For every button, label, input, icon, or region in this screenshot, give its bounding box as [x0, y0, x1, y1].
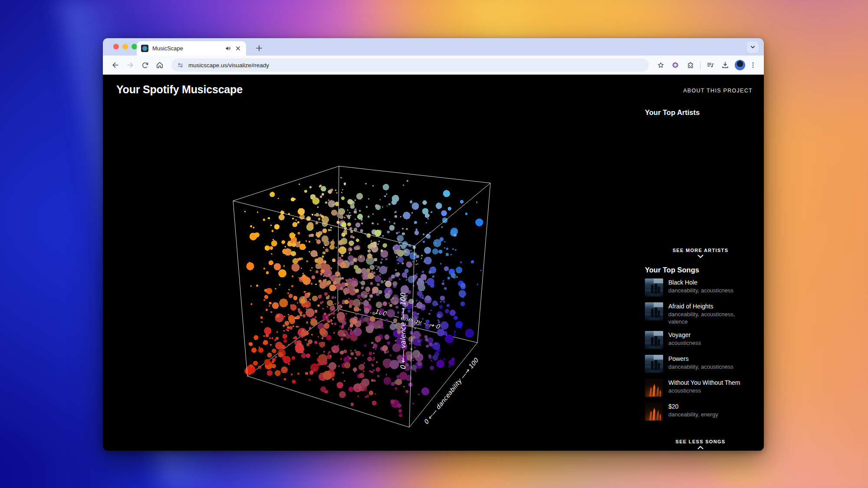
song-features: danceability, acousticness, valence: [668, 311, 756, 325]
song-title: Powers: [668, 355, 733, 363]
song-title: Without You Without Them: [668, 379, 740, 387]
kebab-menu-icon[interactable]: [747, 58, 759, 72]
song-row[interactable]: $20danceability, energy: [645, 403, 756, 421]
toolbar-separator: [700, 61, 700, 69]
song-row[interactable]: Black Holedanceability, acousticness: [645, 278, 756, 297]
address-bar[interactable]: musicscape.us/visualize#ready: [171, 59, 649, 72]
tab-audio-icon[interactable]: [224, 45, 232, 52]
chevron-down-icon: [697, 255, 704, 258]
minimize-window-button[interactable]: [122, 44, 128, 49]
album-art-hands: [645, 379, 663, 397]
song-title: Afraid of Heights: [668, 302, 756, 311]
song-meta: Black Holedanceability, acousticness: [668, 278, 733, 297]
sidebar: Your Top Artists SEE MORE ARTISTS Your T…: [645, 108, 756, 426]
album-art-beach: [645, 278, 663, 297]
new-tab-button[interactable]: [253, 42, 265, 54]
browser-tab[interactable]: MusicScape: [137, 41, 246, 56]
see-less-songs-button[interactable]: SEE LESS SONGS: [645, 439, 756, 449]
song-features: danceability, acousticness: [668, 363, 733, 370]
top-songs-section: Your Top Songs Black Holedanceability, a…: [645, 266, 756, 421]
tab-close-icon[interactable]: [234, 45, 242, 52]
song-features: acousticness: [668, 339, 701, 347]
album-art-beach: [645, 355, 663, 373]
desktop-wallpaper: MusicScape: [0, 0, 868, 488]
song-row[interactable]: Afraid of Heightsdanceability, acousticn…: [645, 302, 756, 325]
close-window-button[interactable]: [113, 44, 119, 49]
song-features: danceability, acousticness: [668, 287, 733, 294]
album-art-beach: [645, 331, 663, 349]
tab-search-chevron-icon[interactable]: [747, 41, 759, 53]
valence-axis-label-text: 0 ←— valence —→ 100: [399, 293, 407, 370]
song-meta: Afraid of Heightsdanceability, acousticn…: [668, 302, 756, 325]
flower-extension-icon[interactable]: [668, 58, 683, 72]
song-meta: Without You Without Themacousticness: [668, 379, 740, 397]
chevron-up-icon: [697, 446, 704, 449]
reload-button[interactable]: [138, 58, 152, 72]
react-atom-favicon-icon: [141, 45, 148, 52]
extensions-puzzle-icon[interactable]: [683, 58, 697, 72]
site-settings-tune-icon[interactable]: [177, 62, 184, 69]
bookmark-star-icon[interactable]: [653, 58, 668, 72]
tab-title: MusicScape: [152, 45, 224, 52]
media-controls-icon[interactable]: [703, 58, 718, 72]
song-features: danceability, energy: [668, 411, 718, 418]
song-title: $20: [668, 403, 718, 411]
browser-toolbar: musicscape.us/visualize#ready: [103, 56, 764, 75]
top-artists-heading: Your Top Artists: [645, 108, 756, 117]
song-features: acousticness: [668, 387, 740, 394]
top-songs-heading: Your Top Songs: [645, 266, 756, 274]
song-title: Black Hole: [668, 278, 733, 287]
forward-button[interactable]: [123, 58, 138, 72]
tab-strip: MusicScape: [103, 38, 764, 56]
downloads-icon[interactable]: [718, 58, 733, 72]
album-art-beach: [645, 302, 663, 321]
song-row[interactable]: Powersdanceability, acousticness: [645, 355, 756, 373]
profile-avatar[interactable]: [735, 60, 745, 70]
browser-window: MusicScape: [103, 38, 764, 451]
song-meta: $20danceability, energy: [668, 403, 718, 421]
see-more-artists-button[interactable]: SEE MORE ARTISTS: [645, 248, 756, 258]
album-art-hands: [645, 403, 663, 421]
song-meta: Powersdanceability, acousticness: [668, 355, 733, 373]
artists-grid: [645, 121, 756, 248]
see-less-songs-label: SEE LESS SONGS: [676, 439, 726, 444]
song-row[interactable]: Without You Without Themacousticness: [645, 379, 756, 397]
song-bubbles: [244, 177, 483, 417]
musicscape-page: Your Spotify Musicscape ABOUT THIS PROJE…: [103, 75, 764, 451]
home-button[interactable]: [152, 58, 167, 72]
see-more-artists-label: SEE MORE ARTISTS: [673, 248, 729, 253]
back-button[interactable]: [108, 58, 123, 72]
songs-list: Black Holedanceability, acousticnessAfra…: [645, 278, 756, 421]
song-title: Voyager: [668, 331, 701, 339]
song-meta: Voyageracousticness: [668, 331, 701, 349]
url-text: musicscape.us/visualize#ready: [188, 62, 269, 69]
song-row[interactable]: Voyageracousticness: [645, 331, 756, 349]
